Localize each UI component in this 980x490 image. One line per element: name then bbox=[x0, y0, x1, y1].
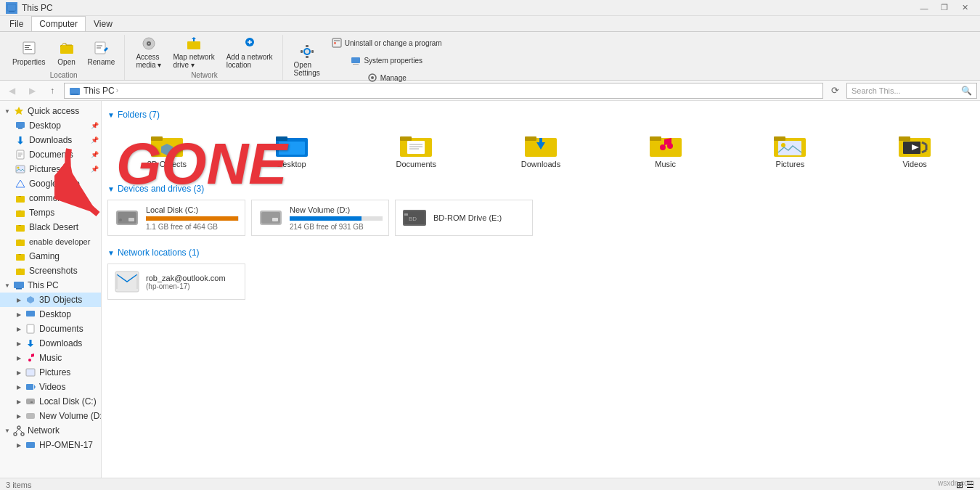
drive-e-info: BD-ROM Drive (E:) bbox=[433, 213, 526, 222]
drive-c-info: Local Disk (C:) 1.1 GB free of 464 GB bbox=[146, 205, 239, 231]
rename-button[interactable]: Rename bbox=[83, 35, 121, 70]
svg-rect-22 bbox=[301, 50, 303, 53]
folders-section-header[interactable]: ▼ Folders (7) bbox=[107, 110, 974, 120]
sidebar-item-common[interactable]: common bbox=[0, 191, 101, 205]
sidebar-item-black-desert[interactable]: Black Desert bbox=[0, 220, 101, 234]
sidebar-item-hp-omen[interactable]: ▶ HP-OMEN-17 bbox=[0, 438, 101, 452]
title-bar-controls: — ❐ ✕ bbox=[915, 2, 974, 14]
sidebar-hp-omen-label: HP-OMEN-17 bbox=[39, 440, 93, 450]
folder-item-desktop[interactable]: Desktop bbox=[232, 126, 351, 172]
system-properties-button[interactable]: System properties bbox=[327, 52, 447, 68]
network-header[interactable]: ▼ Network bbox=[0, 423, 101, 438]
pictures-pc-icon bbox=[25, 367, 36, 378]
svg-rect-57 bbox=[30, 401, 33, 403]
music-label: Music bbox=[655, 160, 676, 168]
add-location-button[interactable]: Add a networklocation bbox=[221, 35, 278, 70]
address-bar: ◀ ▶ ↑ This PC › ⟳ Search This... 🔍 bbox=[0, 81, 980, 101]
svg-rect-47 bbox=[16, 269, 25, 275]
svg-rect-98 bbox=[261, 212, 280, 224]
this-pc-header[interactable]: ▼ This PC bbox=[0, 278, 101, 293]
sidebar-local-disk-label: Local Disk (C:) bbox=[39, 396, 97, 407]
sidebar-screenshots-label: Screenshots bbox=[29, 266, 78, 276]
svg-marker-41 bbox=[16, 180, 25, 187]
address-path[interactable]: This PC › bbox=[64, 83, 823, 99]
folder-item-videos[interactable]: Videos bbox=[855, 126, 974, 172]
network-icon bbox=[13, 425, 25, 436]
network-section-header[interactable]: ▼ Network locations (1) bbox=[107, 248, 974, 258]
open-settings-label: OpenSettings bbox=[294, 61, 320, 77]
folder-item-pictures[interactable]: Pictures bbox=[731, 126, 850, 172]
svg-point-61 bbox=[21, 433, 24, 436]
forward-button[interactable]: ▶ bbox=[23, 83, 41, 99]
svg-rect-5 bbox=[25, 49, 32, 50]
sidebar: ▼ Quick access Desktop 📌 Downloads 📌 bbox=[0, 101, 102, 478]
folder-item-documents[interactable]: Documents bbox=[356, 126, 475, 172]
sidebar-item-downloads-pc[interactable]: ▶ Downloads bbox=[0, 336, 101, 351]
sidebar-item-desktop-pc[interactable]: ▶ Desktop bbox=[0, 307, 101, 322]
drive-d-bar bbox=[290, 216, 383, 221]
3d-objects-label: 3D Objects bbox=[147, 160, 187, 168]
tab-view[interactable]: View bbox=[86, 16, 121, 31]
3d-expand: ▶ bbox=[15, 295, 23, 304]
sidebar-item-screenshots[interactable]: Screenshots bbox=[0, 264, 101, 278]
3d-objects-folder-icon bbox=[150, 129, 184, 158]
back-button[interactable]: ◀ bbox=[3, 83, 20, 99]
properties-button[interactable]: Properties bbox=[7, 35, 51, 70]
sidebar-item-local-disk[interactable]: ▶ Local Disk (C:) bbox=[0, 394, 101, 409]
network-item-outlook[interactable]: rob_zak@outlook.com (hp-omen-17) bbox=[107, 264, 245, 300]
search-box[interactable]: Search This... 🔍 bbox=[846, 83, 977, 99]
open-button[interactable]: Open bbox=[52, 35, 81, 70]
network-grid: rob_zak@outlook.com (hp-omen-17) bbox=[107, 264, 974, 300]
sidebar-item-documents[interactable]: Documents 📌 bbox=[0, 147, 101, 162]
uninstall-button[interactable]: Uninstall or change a program bbox=[327, 35, 447, 51]
sidebar-item-pictures[interactable]: Pictures 📌 bbox=[0, 162, 101, 176]
sidebar-item-documents-pc[interactable]: ▶ Documents bbox=[0, 322, 101, 336]
sidebar-item-desktop[interactable]: Desktop 📌 bbox=[0, 118, 101, 133]
desktop-pc-expand: ▶ bbox=[15, 310, 23, 319]
sidebar-item-pictures-pc[interactable]: ▶ Pictures bbox=[0, 365, 101, 380]
sidebar-item-enable-developer[interactable]: enable developer bbox=[0, 234, 101, 249]
svg-rect-54 bbox=[26, 384, 33, 390]
sidebar-item-downloads[interactable]: Downloads 📌 bbox=[0, 133, 101, 147]
network-outlook-info: rob_zak@outlook.com (hp-omen-17) bbox=[146, 274, 239, 290]
up-button[interactable]: ↑ bbox=[44, 83, 61, 99]
minimize-button[interactable]: — bbox=[915, 2, 934, 14]
svg-rect-56 bbox=[26, 399, 35, 404]
folder-item-music[interactable]: Music bbox=[606, 126, 725, 172]
rename-label: Rename bbox=[88, 58, 115, 66]
folder-item-downloads[interactable]: Downloads bbox=[481, 126, 600, 172]
drive-item-d[interactable]: New Volume (D:) 214 GB free of 931 GB bbox=[251, 200, 389, 236]
watermark: wsxdn.com bbox=[938, 479, 974, 487]
sidebar-item-gaming[interactable]: Gaming bbox=[0, 249, 101, 264]
sidebar-pictures-pc-label: Pictures bbox=[39, 367, 70, 377]
map-drive-button[interactable]: Map networkdrive ▾ bbox=[168, 35, 219, 70]
refresh-button[interactable]: ⟳ bbox=[826, 83, 844, 99]
devices-section-header[interactable]: ▼ Devices and drives (3) bbox=[107, 184, 974, 194]
drive-item-c[interactable]: Local Disk (C:) 1.1 GB free of 464 GB bbox=[107, 200, 245, 236]
access-media-icon bbox=[140, 36, 158, 52]
drive-item-e[interactable]: BD BD-ROM Drive (E:) bbox=[395, 200, 533, 236]
svg-rect-94 bbox=[118, 212, 136, 224]
svg-rect-13 bbox=[187, 41, 200, 49]
svg-rect-64 bbox=[26, 442, 35, 448]
tab-computer[interactable]: Computer bbox=[31, 16, 86, 31]
access-media-button[interactable]: Accessmedia ▾ bbox=[131, 35, 166, 70]
open-settings-button[interactable]: OpenSettings bbox=[289, 43, 325, 78]
temps-folder-icon bbox=[15, 207, 26, 219]
sidebar-item-temps[interactable]: Temps bbox=[0, 205, 101, 220]
sidebar-item-new-volume[interactable]: ▶ New Volume (D:) bbox=[0, 409, 101, 423]
sidebar-item-google-drive[interactable]: Google Drive bbox=[0, 176, 101, 191]
ribbon: File Computer View bbox=[0, 16, 980, 81]
quick-access-header[interactable]: ▼ Quick access bbox=[0, 104, 101, 118]
close-button[interactable]: ✕ bbox=[955, 2, 974, 14]
tab-file[interactable]: File bbox=[1, 16, 31, 31]
sidebar-item-videos[interactable]: ▶ Videos bbox=[0, 380, 101, 394]
manage-icon bbox=[367, 73, 377, 83]
restore-button[interactable]: ❐ bbox=[935, 2, 954, 14]
system-buttons: OpenSettings Uninstall or change a progr… bbox=[289, 35, 447, 86]
path-text: This PC bbox=[83, 86, 115, 96]
downloads-expand: ▶ bbox=[15, 339, 23, 348]
sidebar-item-this-pc-active[interactable]: ▶ 3D Objects bbox=[0, 293, 101, 307]
sidebar-item-music[interactable]: ▶ Music bbox=[0, 351, 101, 365]
folder-item-3d-objects[interactable]: 3D Objects bbox=[107, 126, 226, 172]
